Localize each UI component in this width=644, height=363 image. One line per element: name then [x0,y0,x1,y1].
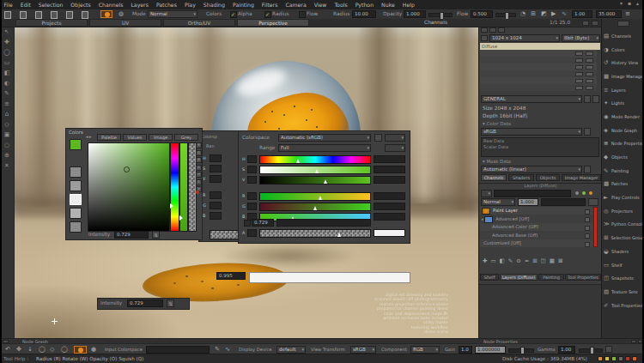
view-tab-uv[interactable]: UV [89,19,161,27]
layers-tab-toolproperties[interactable]: Tool Properties [565,274,601,281]
clock-icon[interactable]: ◔ [520,10,526,18]
slider-value-field-b[interactable] [374,213,405,221]
layers-status-dot-gray[interactable] [575,191,579,195]
menu-item-tools[interactable]: Tools [331,2,351,8]
slider-minifield-r[interactable] [247,192,257,200]
input-colorspace-field[interactable] [146,346,210,354]
back-alpha-bar[interactable] [210,230,239,239]
gradient-handle-h[interactable] [296,159,300,163]
palette-item-node-graph[interactable]: ◈Node Graph [602,124,644,137]
layers-toolbar-icon[interactable]: ⊖ [516,257,520,264]
channel-size-dropdown[interactable]: 1024 x 1024 [489,34,560,42]
layer-blend-dropdown[interactable]: Normal [481,198,515,206]
layers-toolbar-icon[interactable]: ≈ [525,257,529,264]
channel-snapshot-icon[interactable] [586,86,593,90]
opacity-slider[interactable] [428,13,453,17]
channel-row-selected[interactable]: Diffuse [480,43,600,50]
layer-row[interactable]: Advanced Base (Off) [480,232,592,239]
palette-item-shaders[interactable]: ◒Shaders [602,245,644,258]
palette-item-python-console[interactable]: ≫Python Console [602,218,644,232]
channels-toolbar-icon[interactable] [489,27,496,33]
flow-field[interactable]: 0.500 [471,10,493,18]
checkbox-alpha[interactable] [230,11,237,18]
gradient-bar-v[interactable] [259,176,371,185]
palette-detach-icon[interactable] [582,21,589,26]
layers-tab-layersdiffuse[interactable]: Layers (Diffuse) [500,274,538,281]
eraser-tool-icon[interactable]: ◍ [118,10,124,18]
menu-item-filters[interactable]: Filters [258,2,282,8]
layers-search-field[interactable] [494,190,571,197]
alpha-mini-field[interactable]: 0.729 [252,219,274,227]
back-row-field-b[interactable] [210,212,222,220]
menu-item-selection[interactable]: Selection [34,2,67,8]
mask-data-header[interactable]: ▾ Mask Data [483,159,511,164]
listbox-line[interactable]: Raw Data [482,138,598,144]
left-tool-icon-5[interactable]: ◐ [0,78,14,88]
menu-item-layers[interactable]: Layers [127,2,152,8]
view-tab-orthouv[interactable]: Ortho/UV [163,19,235,27]
palette-item-projectors[interactable]: ◎Projectors [602,204,644,218]
history-swatch[interactable] [70,221,82,233]
palette-item-colors[interactable]: ◑Colors [602,43,644,57]
gain-amount-field[interactable]: 1.000000 [475,346,506,354]
colors-tab-image[interactable]: Image [149,134,173,141]
bottom-tool-icon-3[interactable]: ◯ [39,346,46,354]
history-swatch[interactable] [70,208,82,219]
layers-toolbar-icon[interactable]: ◫ [541,257,546,264]
channel-cache-icon[interactable] [575,58,583,63]
menu-item-python[interactable]: Python [351,2,377,8]
channel-row[interactable] [480,84,597,91]
file-action-icon[interactable] [35,11,42,19]
palette-item-painting[interactable]: ✎Painting [602,164,644,178]
left-tool-icon-13[interactable]: ✕ [0,160,14,171]
menu-item-nuke[interactable]: Nuke [378,2,399,8]
grid-icon[interactable]: ⊞ [531,10,536,18]
menu-item-channels[interactable]: Channels [94,2,127,8]
gamma-field[interactable]: 1.00 [558,346,575,354]
left-tool-icon-2[interactable]: ◯ [0,47,14,57]
hue-slider-strip[interactable] [170,142,179,232]
info-remove-icon[interactable] [592,95,599,103]
gradient-bar-g[interactable] [259,203,371,211]
file-action-icon[interactable] [66,11,73,19]
colors-tab-grey[interactable]: Grey [174,134,198,141]
slider-value-field-r[interactable] [374,192,405,200]
palette-close-icon[interactable] [592,21,598,26]
left-tool-icon-6[interactable]: ✎ [0,88,14,99]
layer-visibility-icon[interactable] [585,242,590,247]
layers-toolbar-icon[interactable]: ⊞ [532,257,537,264]
alpha-mini-checkbox[interactable] [244,220,251,227]
channel-cache-icon[interactable] [575,65,583,70]
left-tool-icon-4[interactable]: ◧ [0,68,14,78]
left-tool-icon-12[interactable]: ⊕ [0,150,14,160]
layers-status-dot-orange[interactable] [589,191,592,195]
bottom-tool-icon-2[interactable]: ↓ [27,346,33,354]
mode-dropdown[interactable]: Normal [148,10,197,18]
layer-amount-field[interactable]: 1.000 [518,198,538,206]
channels-tab-shaders[interactable]: Shaders [508,174,534,181]
channel-row[interactable] [480,77,597,84]
palette-item-lights[interactable]: ✦Lights [602,96,644,110]
channel-row[interactable] [480,64,597,70]
palette-item-objects[interactable]: ◆Objects [602,150,644,164]
left-tool-icon-3[interactable]: ▭ [0,57,14,68]
layer-grid-button[interactable] [588,198,598,206]
alpha-gradient-bar[interactable] [259,229,371,238]
palette-item-channels[interactable]: ▤Channels [602,29,644,43]
colorspace-extra-dropdown[interactable] [385,134,405,142]
wave-icon[interactable]: ∿ [562,10,567,18]
range-dropdown[interactable]: Full [278,144,371,152]
bottom-tool-icon-0[interactable]: ↶ [5,346,10,354]
menu-item-patches[interactable]: Patches [152,2,180,8]
channels-toolbar-icon[interactable] [481,27,488,33]
channels-toolbar-icon[interactable] [498,27,505,33]
menu-item-camera[interactable]: Camera [282,2,310,8]
channel-snapshot-icon[interactable] [586,79,593,83]
channel-cache-icon[interactable] [575,51,583,56]
display-device-dropdown[interactable]: default [276,346,306,354]
value-slider-strip[interactable] [179,142,188,232]
gradient-handle-s[interactable] [315,169,319,173]
history-swatch[interactable] [70,180,82,191]
palette-item-shelf[interactable]: ▭Shelf [602,258,644,272]
menu-item-shading[interactable]: Shading [199,2,228,8]
